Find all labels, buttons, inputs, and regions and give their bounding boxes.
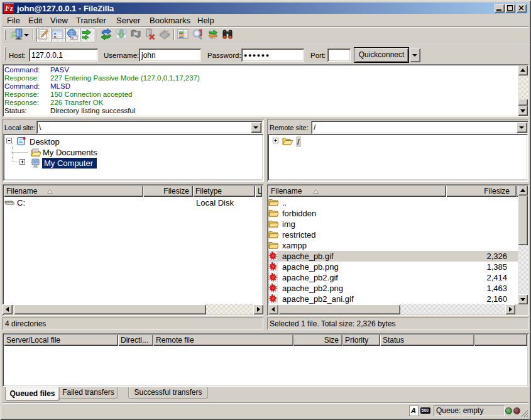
svg-text:Fz: Fz — [4, 4, 13, 13]
